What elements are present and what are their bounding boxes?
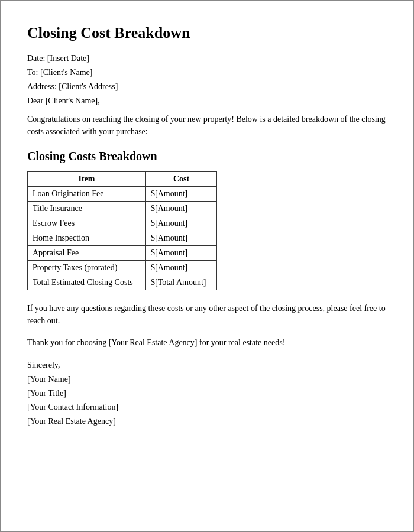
dear-line: Dear [Client's Name],	[27, 96, 387, 106]
table-cell-item: Total Estimated Closing Costs	[28, 275, 146, 290]
table-header-row: Item Cost	[28, 172, 217, 187]
signature-closing: Sincerely,	[27, 358, 387, 372]
signature-name: [Your Name]	[27, 372, 387, 387]
table-row: Home Inspection$[Amount]	[28, 231, 217, 246]
table-cell-cost: $[Total Amount]	[146, 275, 217, 290]
table-cell-item: Loan Origination Fee	[28, 187, 146, 202]
signature-title: [Your Title]	[27, 387, 387, 401]
to-line: To: [Client's Name]	[27, 68, 387, 77]
thankyou-paragraph: Thank you for choosing [Your Real Estate…	[27, 336, 387, 349]
section-title: Closing Costs Breakdown	[27, 150, 387, 163]
questions-paragraph: If you have any questions regarding thes…	[27, 302, 387, 327]
table-row: Loan Origination Fee$[Amount]	[28, 187, 217, 202]
table-row: Title Insurance$[Amount]	[28, 202, 217, 216]
signature-agency: [Your Real Estate Agency]	[27, 414, 387, 429]
table-cell-cost: $[Amount]	[146, 216, 217, 231]
table-cell-cost: $[Amount]	[146, 246, 217, 261]
date-line: Date: [Insert Date]	[27, 54, 387, 63]
table-row: Escrow Fees$[Amount]	[28, 216, 217, 231]
table-cell-item: Escrow Fees	[28, 216, 146, 231]
table-row: Property Taxes (prorated)$[Amount]	[28, 261, 217, 275]
main-title: Closing Cost Breakdown	[27, 24, 387, 42]
address-line: Address: [Client's Address]	[27, 82, 387, 92]
table-cell-cost: $[Amount]	[146, 261, 217, 275]
table-row: Total Estimated Closing Costs$[Total Amo…	[28, 275, 217, 290]
table-cell-item: Appraisal Fee	[28, 246, 146, 261]
column-header-item: Item	[28, 172, 146, 187]
signature-block: Sincerely, [Your Name] [Your Title] [You…	[27, 358, 387, 429]
signature-contact: [Your Contact Information]	[27, 400, 387, 414]
cost-table: Item Cost Loan Origination Fee$[Amount]T…	[27, 171, 217, 290]
table-row: Appraisal Fee$[Amount]	[28, 246, 217, 261]
column-header-cost: Cost	[146, 172, 217, 187]
table-cell-cost: $[Amount]	[146, 187, 217, 202]
table-cell-item: Home Inspection	[28, 231, 146, 246]
table-cell-item: Title Insurance	[28, 202, 146, 216]
page-container: Closing Cost Breakdown Date: [Insert Dat…	[0, 0, 414, 532]
table-cell-cost: $[Amount]	[146, 202, 217, 216]
table-cell-item: Property Taxes (prorated)	[28, 261, 146, 275]
table-cell-cost: $[Amount]	[146, 231, 217, 246]
intro-paragraph: Congratulations on reaching the closing …	[27, 113, 387, 138]
